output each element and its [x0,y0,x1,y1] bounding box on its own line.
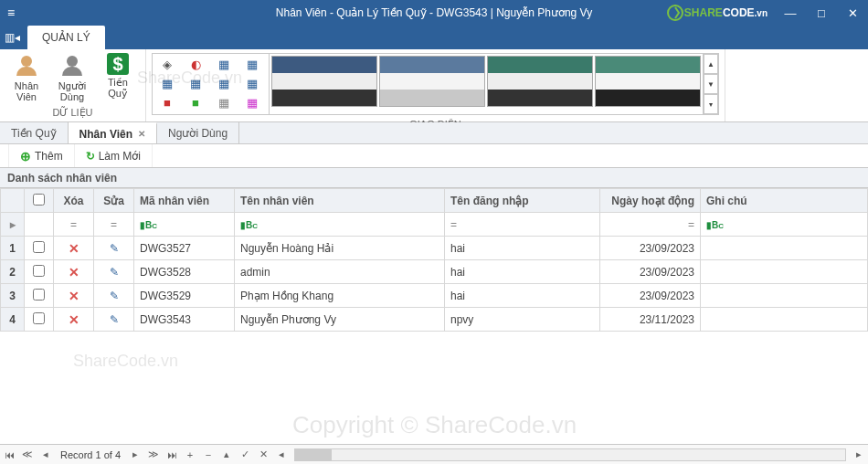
col-ghichu[interactable]: Ghi chú [701,189,868,213]
cell-ghichu[interactable] [701,284,868,308]
maximize-button[interactable]: □ [806,6,837,20]
row-select-cell[interactable] [25,260,54,284]
gallery-item[interactable]: ▦ [211,75,237,91]
row-checkbox[interactable] [33,312,45,324]
nav-prev[interactable]: ◂ [37,448,55,460]
delete-icon[interactable]: ✕ [69,289,79,303]
row-delete-cell[interactable]: ✕ [54,260,94,284]
refresh-button[interactable]: ↻Làm Mới [75,144,153,167]
ribbon-app-button[interactable]: ▥◂ [0,26,24,49]
tab-tienquy[interactable]: Tiền Quỹ [0,122,69,143]
edit-icon[interactable]: ✎ [110,313,119,326]
filter-ghichu[interactable]: ▮BC [701,213,868,237]
nav-prev-page[interactable]: ≪ [18,448,37,460]
cell-ten[interactable]: Phạm Hồng Khang [235,284,445,308]
ribbon-btn-nguoidung[interactable]: Người Dùng [49,51,95,104]
cell-ngay[interactable]: 23/09/2023 [600,237,701,260]
gallery-scroll-down[interactable]: ▼ [704,74,718,94]
row-checkbox[interactable] [33,289,45,301]
cell-dangnhap[interactable]: hai [445,237,600,260]
col-sua[interactable]: Sửa [94,189,134,213]
col-ten[interactable]: Tên nhân viên [235,189,445,213]
row-checkbox[interactable] [33,241,45,253]
nav-scroll-right[interactable]: ▸ [850,448,868,460]
row-edit-cell[interactable]: ✎ [94,308,134,332]
theme-preview-teal[interactable] [487,56,593,107]
edit-icon[interactable]: ✎ [110,242,119,255]
scrollbar-thumb[interactable] [295,449,332,460]
gallery-item[interactable]: ▦ [211,94,237,111]
row-select-cell[interactable] [25,237,54,260]
nav-scrollbar[interactable] [294,448,846,461]
cell-ngay[interactable]: 23/09/2023 [600,260,701,284]
col-xoa[interactable]: Xóa [54,189,94,213]
tab-nhanvien[interactable]: Nhân Viên✕ [69,122,157,143]
row-delete-cell[interactable]: ✕ [54,308,94,332]
row-delete-cell[interactable]: ✕ [54,284,94,308]
cell-ma[interactable]: DWG3543 [134,308,235,332]
filter-ten[interactable]: ▮BC [235,213,445,237]
theme-preview-blue[interactable] [271,56,377,107]
gallery-item[interactable]: ▦ [239,56,265,72]
gallery-item[interactable]: ▦ [239,75,265,91]
cell-dangnhap[interactable]: hai [445,284,600,308]
select-all-header[interactable] [25,189,54,213]
add-button[interactable]: ⊕Thêm [9,144,75,167]
minimize-button[interactable]: — [775,6,806,20]
nav-last[interactable]: ⏭ [163,449,181,460]
cell-ghichu[interactable] [701,260,868,284]
cell-ten[interactable]: Nguyễn Hoàng Hải [235,237,445,260]
ribbon-btn-nhanvien[interactable]: Nhân Viên [4,51,49,104]
cell-ten[interactable]: admin [235,260,445,284]
cell-ma[interactable]: DWG3527 [134,237,235,260]
edit-icon[interactable]: ✎ [110,266,119,279]
cell-ghichu[interactable] [701,308,868,332]
gallery-expand[interactable]: ▾ [704,94,718,114]
cell-dangnhap[interactable]: npvy [445,308,600,332]
ribbon-btn-tienquy[interactable]: $ Tiền Quỹ [95,51,141,100]
row-select-cell[interactable] [25,308,54,332]
row-edit-cell[interactable]: ✎ [94,284,134,308]
filter-dangnhap[interactable]: = [445,213,600,237]
delete-icon[interactable]: ✕ [69,265,79,279]
gallery-item[interactable]: ◈ [154,56,180,72]
cell-dangnhap[interactable]: hai [445,260,600,284]
filter-sua[interactable]: = [94,213,134,237]
filter-ngay[interactable]: = [600,213,701,237]
edit-icon[interactable]: ✎ [110,290,119,302]
theme-preview-green[interactable] [595,56,701,107]
gallery-item[interactable]: ▦ [239,94,265,111]
nav-cancel[interactable]: ✕ [254,448,272,460]
cell-ngay[interactable]: 23/11/2023 [600,308,701,332]
app-menu-icon[interactable]: ≡ [0,5,22,20]
row-delete-cell[interactable]: ✕ [54,237,94,260]
nav-scroll-left[interactable]: ◂ [272,448,291,460]
theme-preview-lightblue[interactable] [379,56,485,107]
nav-next[interactable]: ▸ [126,448,144,460]
tab-nguoidung[interactable]: Người Dùng [157,122,239,143]
col-ngay[interactable]: Ngày hoạt động [600,189,701,213]
table-row[interactable]: 4✕✎DWG3543Nguyễn Phương Vynpvy23/11/2023 [1,308,868,332]
gallery-item[interactable]: ▦ [183,75,208,91]
col-ma[interactable]: Mã nhân viên [134,189,235,213]
gallery-item[interactable]: ▦ [154,75,180,91]
delete-icon[interactable]: ✕ [69,312,79,327]
row-checkbox[interactable] [33,265,45,277]
nav-next-page[interactable]: ≫ [144,448,163,460]
gallery-item[interactable]: ◐ [183,56,208,72]
row-edit-cell[interactable]: ✎ [94,260,134,284]
select-all-checkbox[interactable] [33,194,45,206]
table-row[interactable]: 1✕✎DWG3527Nguyễn Hoàng Hảihai23/09/2023 [1,237,868,260]
gallery-item[interactable]: ■ [154,94,180,111]
cell-ten[interactable]: Nguyễn Phương Vy [235,308,445,332]
col-dangnhap[interactable]: Tên đăng nhập [445,189,600,213]
gallery-item[interactable]: ■ [183,94,208,111]
gallery-scroll-up[interactable]: ▲ [704,54,718,74]
table-row[interactable]: 2✕✎DWG3528adminhai23/09/2023 [1,260,868,284]
tab-close-icon[interactable]: ✕ [138,129,145,139]
filter-ma[interactable]: ▮BC [134,213,235,237]
cell-ngay[interactable]: 23/09/2023 [600,284,701,308]
ribbon-tab-quanly[interactable]: QUẢN LÝ [27,26,105,49]
delete-icon[interactable]: ✕ [69,241,79,256]
close-button[interactable]: ✕ [837,6,868,20]
